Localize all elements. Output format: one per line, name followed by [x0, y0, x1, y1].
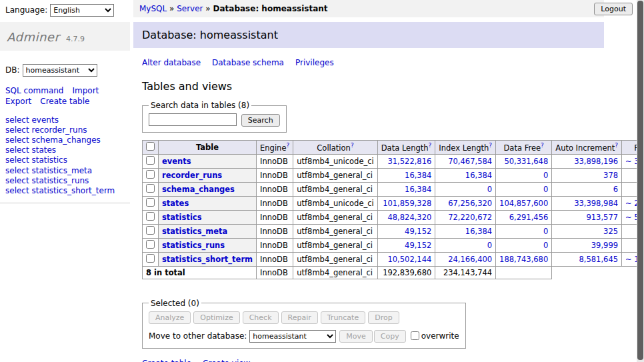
auto-increment-link[interactable]: 39,999	[591, 241, 618, 250]
row-checkbox[interactable]	[146, 156, 155, 165]
scrollbar-thumb[interactable]	[637, 1, 643, 360]
sidebar-item-statistics-runs[interactable]: select statistics_runs	[5, 176, 130, 186]
data-free-link[interactable]: 0	[543, 185, 548, 194]
auto-increment-link[interactable]: 33,398,984	[574, 199, 618, 208]
data-length-link[interactable]: 49,152	[405, 227, 431, 236]
logout-button[interactable]: Logout	[594, 3, 633, 15]
table-link-states[interactable]: states	[162, 199, 189, 208]
breadcrumb-link-server[interactable]: Server	[177, 4, 203, 13]
sidebar-link-create-table[interactable]: Create table	[40, 97, 89, 106]
column-hint-link[interactable]: ?	[489, 142, 492, 149]
auto-increment-link[interactable]: 6	[613, 185, 618, 194]
data-length-link[interactable]: 31,522,816	[387, 157, 431, 166]
search-button[interactable]: Search	[241, 114, 280, 127]
data-free-link[interactable]: 188,743,680	[499, 255, 548, 264]
db-select[interactable]: homeassistant	[23, 64, 97, 77]
index-length-link[interactable]: 24,166,400	[448, 255, 492, 264]
select-all-checkbox[interactable]	[146, 142, 155, 151]
auto-increment-link[interactable]: 8,581,645	[579, 255, 619, 264]
table-row: schema_changesInnoDButf8mb4_general_ci16…	[143, 182, 644, 196]
auto-increment-link[interactable]: 913,577	[586, 213, 618, 222]
data-free-link[interactable]: 0	[543, 241, 548, 250]
table-link-statistics-meta[interactable]: statistics_meta	[162, 227, 227, 236]
auto-increment-link[interactable]: 325	[603, 227, 618, 236]
table-link-schema-changes[interactable]: schema_changes	[162, 185, 235, 194]
sidebar-item-states[interactable]: select states	[5, 145, 130, 155]
index-length-link[interactable]: 70,467,584	[448, 157, 492, 166]
column-hint-link[interactable]: ?	[286, 142, 289, 149]
column-hint-link[interactable]: ?	[429, 142, 432, 149]
table-link-events[interactable]: events	[162, 157, 191, 166]
sidebar-item-recorder-runs[interactable]: select recorder_runs	[5, 125, 130, 135]
data-free-cell: 104,857,600	[496, 196, 552, 210]
truncate-button[interactable]: Truncate	[321, 311, 365, 324]
column-hint-link[interactable]: ?	[615, 142, 618, 149]
data-free-cell: 0	[496, 238, 552, 252]
breadcrumb-link-mysql[interactable]: MySQL	[139, 4, 167, 13]
row-checkbox[interactable]	[146, 254, 155, 263]
optimize-button[interactable]: Optimize	[193, 311, 239, 324]
column-hint-link[interactable]: ?	[541, 142, 544, 149]
data-length-link[interactable]: 101,859,328	[383, 199, 431, 208]
repair-button[interactable]: Repair	[281, 311, 318, 324]
column-hint-link[interactable]: ?	[351, 142, 354, 149]
data-free-link[interactable]: 104,857,600	[499, 199, 548, 208]
index-length-link[interactable]: 16,384	[465, 171, 492, 180]
index-length-link[interactable]: 16,384	[465, 227, 492, 236]
data-length-link[interactable]: 49,152	[405, 241, 431, 250]
sidebar-item-events[interactable]: select events	[5, 115, 130, 125]
row-checkbox[interactable]	[146, 212, 155, 221]
table-link-statistics-runs[interactable]: statistics_runs	[162, 241, 225, 250]
data-free-link[interactable]: 6,291,456	[509, 213, 549, 222]
auto-increment-link[interactable]: 33,898,196	[574, 157, 618, 166]
data-length-link[interactable]: 10,502,144	[387, 255, 431, 264]
sidebar-item-statistics-short-term[interactable]: select statistics_short_term	[5, 186, 130, 196]
auto-increment-cell: 33,898,196	[552, 154, 622, 168]
data-length-link[interactable]: 48,824,320	[387, 213, 431, 222]
search-input[interactable]	[149, 113, 237, 126]
sidebar-link-export[interactable]: Export	[5, 97, 31, 106]
column-header-data-length: Data Length?	[377, 140, 435, 154]
index-length-link[interactable]: 67,256,320	[448, 199, 492, 208]
drop-button[interactable]: Drop	[368, 311, 399, 324]
nav-link-database-schema[interactable]: Database schema	[212, 58, 284, 67]
index-length-link[interactable]: 0	[487, 241, 492, 250]
check-button[interactable]: Check	[243, 311, 279, 324]
data-free-link[interactable]: 50,331,648	[504, 157, 548, 166]
scrollbar[interactable]	[637, 0, 644, 362]
move-db-select[interactable]: homeassistant	[249, 330, 336, 343]
sidebar-item-statistics-meta[interactable]: select statistics_meta	[5, 166, 130, 176]
data-length-link[interactable]: 16,384	[405, 171, 431, 180]
auto-increment-cell: 39,999	[552, 238, 622, 252]
sidebar-link-sql-command[interactable]: SQL command	[5, 86, 63, 95]
analyze-button[interactable]: Analyze	[149, 311, 191, 324]
row-checkbox[interactable]	[146, 240, 155, 249]
data-free-link[interactable]: 0	[543, 171, 548, 180]
row-checkbox[interactable]	[146, 226, 155, 235]
breadcrumb-current: Database: homeassistant	[213, 4, 328, 13]
sidebar-item-schema-changes[interactable]: select schema_changes	[5, 135, 130, 145]
sidebar-link-import[interactable]: Import	[72, 86, 99, 95]
row-checkbox[interactable]	[146, 184, 155, 193]
data-free-link[interactable]: 0	[543, 227, 548, 236]
language-select[interactable]: English	[50, 4, 114, 17]
table-link-statistics-short-term[interactable]: statistics_short_term	[162, 255, 253, 264]
copy-button[interactable]: Copy	[374, 330, 406, 343]
create-link-create-table[interactable]: Create table	[142, 359, 191, 362]
create-link-create-view[interactable]: Create view	[203, 359, 250, 362]
collation-cell: utf8mb4_general_ci	[293, 266, 378, 279]
row-checkbox[interactable]	[146, 198, 155, 207]
row-checkbox[interactable]	[146, 170, 155, 179]
table-link-statistics[interactable]: statistics	[162, 213, 202, 222]
nav-link-privileges[interactable]: Privileges	[295, 58, 334, 67]
index-length-link[interactable]: 72,220,672	[448, 213, 492, 222]
move-button[interactable]: Move	[339, 330, 373, 343]
index-length-link[interactable]: 0	[487, 185, 492, 194]
nav-link-alter-database[interactable]: Alter database	[142, 58, 201, 67]
db-selector-row: DB:homeassistant	[5, 64, 130, 77]
table-link-recorder-runs[interactable]: recorder_runs	[162, 171, 222, 180]
overwrite-checkbox[interactable]	[411, 331, 419, 340]
sidebar-item-statistics[interactable]: select statistics	[5, 155, 130, 165]
data-length-link[interactable]: 16,384	[405, 185, 431, 194]
auto-increment-link[interactable]: 378	[603, 171, 618, 180]
